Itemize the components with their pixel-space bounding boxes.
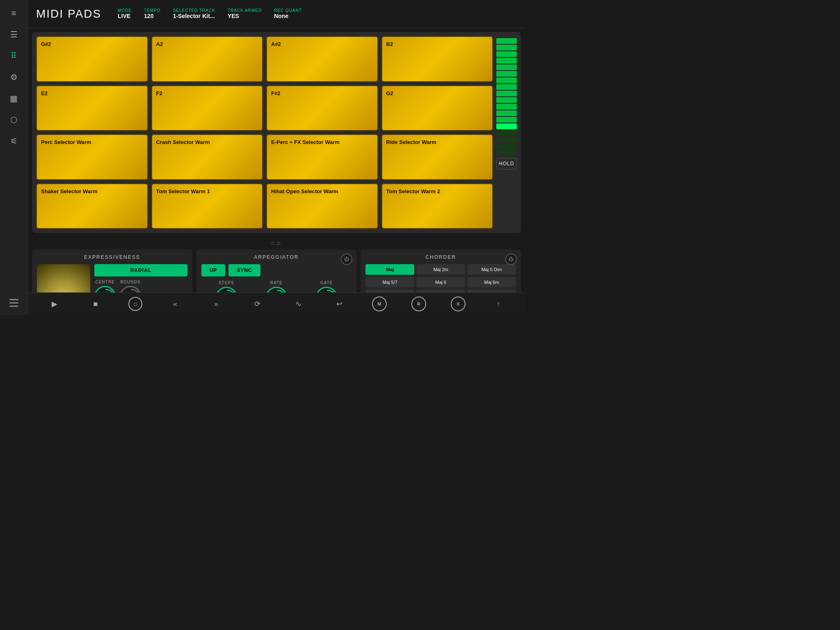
tempo-label: TEMPO — [144, 8, 161, 13]
meter-bar — [496, 143, 517, 149]
m-button[interactable]: M — [372, 297, 387, 311]
meter-bar — [496, 130, 517, 136]
radial-button[interactable]: RADIAL — [94, 264, 187, 276]
sidebar-item-grid[interactable]: ⠿ — [5, 47, 23, 65]
track-field: SELECTED TRACK 1-Selector Kit... — [173, 8, 215, 19]
recquant-value: None — [274, 13, 302, 19]
undo-button[interactable]: ↩ — [331, 296, 347, 312]
pad-eperc-selector[interactable]: E-Perc + FX Selector Warm — [266, 134, 378, 180]
sidebar-item-mixer[interactable]: ⚙ — [5, 68, 23, 86]
header: MIDI PADS MODE LIVE TEMPO 120 SELECTED T… — [28, 0, 525, 28]
pad-b2[interactable]: B2 — [381, 36, 493, 82]
pad-asharp2[interactable]: A#2 — [266, 36, 378, 82]
bounds-label: BOUNDS — [121, 280, 141, 284]
hold-button[interactable]: HOLD — [496, 158, 517, 169]
sidebar-item-list[interactable]: ☰ — [5, 25, 23, 43]
pad-tom2-selector[interactable]: Tom Selector Warm 2 — [381, 183, 493, 229]
recquant-field: REC QUANT None — [274, 8, 302, 19]
sidebar-item-hamburger[interactable]: ≡ — [5, 4, 23, 22]
pads-section: G#2 A2 A#2 B2 E2 F2 F#2 G2 Perc Selector… — [32, 32, 521, 233]
divider: == — [28, 237, 525, 249]
pad-fsharp2[interactable]: F#2 — [266, 85, 378, 131]
meter-bar — [496, 137, 517, 142]
meter-bar — [496, 84, 517, 90]
centre-label: CENTRE — [95, 280, 114, 284]
meter-bar — [496, 45, 517, 50]
mixer-icon: ⚙ — [10, 72, 18, 82]
pad-a2[interactable]: A2 — [151, 36, 263, 82]
pad-perc-selector[interactable]: Perc Selector Warm — [36, 134, 148, 180]
chorder-power-button[interactable]: ⏻ — [505, 253, 517, 265]
meter-bar — [496, 38, 517, 44]
gate-label: GATE — [320, 281, 333, 285]
meter-bar — [496, 91, 517, 96]
arp-up-button[interactable]: UP — [201, 264, 226, 276]
metronome-button[interactable]: ∿ — [290, 296, 306, 312]
pad-hihat-selector[interactable]: Hihat Open Selector Warm — [266, 183, 378, 229]
pad-ride-selector[interactable]: Ride Selector Warm — [381, 134, 493, 180]
pad-g2sharp[interactable]: G#2 — [36, 36, 148, 82]
recquant-label: REC QUANT — [274, 8, 302, 13]
pad-tom1-selector[interactable]: Tom Selector Warm 1 — [151, 183, 263, 229]
sidebar-item-hex[interactable]: ⬡ — [5, 111, 23, 129]
rewind-button[interactable]: « — [167, 296, 183, 312]
arp-sync-button[interactable]: SYNC — [228, 264, 260, 276]
meter-bar — [496, 71, 517, 77]
meter-bar-bright — [496, 123, 517, 129]
r-button[interactable]: R — [411, 297, 426, 311]
level-meter: HOLD — [496, 36, 517, 229]
meter-bar — [496, 97, 517, 103]
hamburger-icon: ≡ — [11, 9, 16, 18]
hex-icon: ⬡ — [10, 115, 17, 125]
pad-shaker-selector[interactable]: Shaker Selector Warm — [36, 183, 148, 229]
armed-label: TRACK ARMED — [228, 8, 262, 13]
sidebar-item-piano[interactable]: ▦ — [5, 89, 23, 107]
mode-field: MODE LIVE — [118, 8, 132, 19]
arpeggiator-title: ARPEGGIATOR — [201, 254, 352, 260]
transport-bar: ▶ ■ ○ « » ⟳ ∿ ↩ M R X ↑ — [28, 292, 525, 315]
chorder-title: CHORDER — [365, 254, 516, 260]
sidebar-item-drum[interactable]: ⚟ — [5, 132, 23, 150]
pad-f2[interactable]: F2 — [151, 85, 263, 131]
tempo-value: 120 — [144, 13, 161, 19]
meter-bar — [496, 104, 517, 110]
loop-button[interactable]: ⟳ — [249, 296, 265, 312]
chord-btn-maj2m[interactable]: Maj 2m — [416, 264, 465, 275]
drum-icon: ⚟ — [10, 136, 18, 146]
x-button[interactable]: X — [451, 297, 466, 311]
armed-field: TRACK ARMED YES — [228, 8, 262, 19]
pad-g2[interactable]: G2 — [381, 85, 493, 131]
forward-button[interactable]: » — [208, 296, 224, 312]
chord-btn-maj5-7[interactable]: Maj 5/7 — [365, 277, 414, 288]
meter-bar — [496, 117, 517, 123]
record-button[interactable]: ○ — [128, 297, 142, 311]
app-title: MIDI PADS — [36, 7, 101, 21]
header-fields: MODE LIVE TEMPO 120 SELECTED TRACK 1-Sel… — [118, 8, 302, 19]
pad-e2[interactable]: E2 — [36, 85, 148, 131]
pads-grid: G#2 A2 A#2 B2 E2 F2 F#2 G2 Perc Selector… — [36, 36, 493, 229]
tempo-field: TEMPO 120 — [144, 8, 161, 19]
sidebar-bottom-lines — [9, 299, 18, 307]
rate-label: RATE — [270, 281, 283, 285]
track-label: SELECTED TRACK — [173, 8, 215, 13]
pad-crash-selector[interactable]: Crash Selector Warm — [151, 134, 263, 180]
piano-icon: ▦ — [10, 94, 18, 103]
grid-icon: ⠿ — [11, 51, 17, 61]
armed-value: YES — [228, 13, 262, 19]
meter-bar — [496, 110, 517, 116]
meter-bar — [496, 51, 517, 57]
chord-btn-maj6[interactable]: Maj 6 — [416, 277, 465, 288]
chord-btn-maj[interactable]: Maj — [365, 264, 414, 275]
list-icon: ☰ — [10, 30, 18, 39]
arp-buttons: UP SYNC — [201, 264, 352, 276]
chord-btn-maj6m[interactable]: Maj 6m — [467, 277, 516, 288]
chord-btn-maj5dim[interactable]: Maj 5 Dim — [467, 264, 516, 275]
mode-value: LIVE — [118, 13, 132, 19]
mode-label: MODE — [118, 8, 132, 13]
meter-bar — [496, 150, 517, 155]
play-button[interactable]: ▶ — [46, 296, 63, 312]
up-button[interactable]: ↑ — [490, 296, 507, 312]
meter-bar — [496, 78, 517, 83]
arpeggiator-power-button[interactable]: ⏻ — [341, 253, 352, 265]
stop-button[interactable]: ■ — [87, 296, 104, 312]
